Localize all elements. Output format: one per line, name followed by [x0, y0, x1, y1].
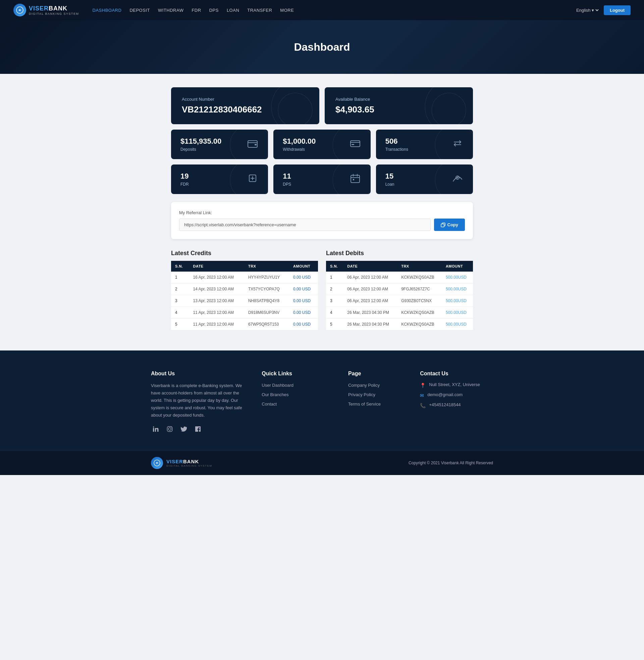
debits-cell-sn: 2 [326, 283, 343, 295]
svg-rect-4 [351, 144, 354, 145]
debits-cell-date: 26 Mar, 2023 04:30 PM [343, 318, 397, 330]
copy-button[interactable]: Copy [434, 219, 465, 231]
footer-link-contact[interactable]: Contact [262, 401, 277, 406]
footer-brand-subtitle: DIGITAL BANKING SYSTEM [166, 464, 212, 467]
credits-cell-date: 13 Apr, 2023 12:00 AM [189, 295, 244, 307]
nav-transfer[interactable]: TRANSFER [247, 8, 272, 13]
transactions-info: 506 Transactions [385, 137, 408, 152]
wallet-icon [247, 137, 259, 152]
nav-withdraw[interactable]: WITHDRAW [158, 8, 183, 13]
credits-cell-sn: 2 [171, 283, 189, 295]
deposits-label: Deposits [181, 147, 221, 152]
debits-header-row: S.N. DATE TRX AMOUNT [326, 261, 473, 271]
footer-copyright: Copyright © 2021 Viserbank All Right Res… [409, 461, 493, 465]
fdr-label: FDR [181, 182, 189, 186]
credits-cell-sn: 4 [171, 307, 189, 318]
nav-deposit[interactable]: DEPOSIT [130, 8, 150, 13]
debits-cell-amount: 500.00USD [442, 271, 473, 283]
referral-input-row: Copy [179, 219, 465, 231]
nav-menu: DASHBOARD DEPOSIT WITHDRAW FDR DPS LOAN … [93, 7, 294, 13]
nav-more[interactable]: MORE [280, 8, 294, 13]
logout-button[interactable]: Logout [604, 5, 630, 15]
svg-point-14 [171, 427, 172, 428]
credits-title: Latest Credits [171, 250, 318, 257]
brand-logo-link[interactable]: VISERBANK DIGITAL BANKING SYSTEM [14, 4, 79, 17]
account-number-card: Account Number VB21212830406662 [171, 87, 319, 124]
nav-dps[interactable]: DPS [209, 8, 219, 13]
debits-cell-trx: KCKWZKQS0AZB [397, 307, 442, 318]
footer-link-privacy-policy[interactable]: Privacy Policy [348, 392, 375, 397]
footer-brand-text: VISERBANK DIGITAL BANKING SYSTEM [166, 459, 212, 467]
debits-cell-sn: 3 [326, 295, 343, 307]
credits-cell-date: 11 Apr, 2023 12:00 AM [189, 307, 244, 318]
instagram-icon[interactable] [165, 424, 175, 434]
debits-header-date: DATE [343, 261, 397, 271]
svg-rect-9 [441, 224, 444, 227]
nav-fdr[interactable]: FDR [191, 8, 201, 13]
table-row: 2 06 Apr, 2023 12:00 AM 9FGJ65267Z7C 500… [326, 283, 473, 295]
referral-url-input[interactable] [179, 219, 431, 231]
fdr-card: 19 FDR [171, 164, 268, 194]
language-select[interactable]: English ▾ [575, 7, 600, 13]
withdrawals-label: Withdrawals [283, 147, 316, 152]
table-row: 2 14 Apr, 2023 12:00 AM TX57YCYOPA7Q 0.0… [171, 283, 318, 295]
debits-cell-amount: 500.00USD [442, 307, 473, 318]
credits-section: Latest Credits S.N. DATE TRX AMOUNT 1 16… [171, 250, 318, 330]
footer-page: Page Company Policy Privacy Policy Terms… [348, 371, 407, 434]
fdr-info: 19 FDR [181, 172, 189, 186]
footer-bottom: VISERBANK DIGITAL BANKING SYSTEM Copyrig… [138, 451, 506, 475]
footer-link-branches[interactable]: Our Branches [262, 392, 289, 397]
table-row: 5 26 Mar, 2023 04:30 PM KCKWZKQS0AZB 500… [326, 318, 473, 330]
loan-value: 15 [385, 172, 394, 181]
account-number-label: Account Number [182, 97, 308, 102]
balance-card: Available Balance $4,903.65 [325, 87, 473, 124]
svg-rect-6 [351, 175, 360, 183]
svg-point-11 [153, 427, 154, 428]
debits-table: S.N. DATE TRX AMOUNT 1 06 Apr, 2023 12:0… [326, 261, 473, 330]
copy-icon [441, 223, 445, 227]
credits-cell-date: 11 Apr, 2023 12:00 AM [189, 318, 244, 330]
linkedin-icon[interactable] [151, 424, 160, 434]
debits-header-trx: TRX [397, 261, 442, 271]
credits-header-row: S.N. DATE TRX AMOUNT [171, 261, 318, 271]
credits-table: S.N. DATE TRX AMOUNT 1 16 Apr, 2023 12:0… [171, 261, 318, 330]
nav-loan[interactable]: LOAN [227, 8, 239, 13]
credits-cell-sn: 3 [171, 295, 189, 307]
footer-link-terms[interactable]: Terms of Service [348, 401, 381, 406]
dps-value: 11 [283, 172, 291, 181]
svg-point-8 [456, 176, 459, 179]
main-content: Account Number VB21212830406662 Availabl… [164, 74, 480, 351]
calendar-icon [349, 172, 361, 186]
nav-dashboard[interactable]: DASHBOARD [93, 8, 122, 13]
debits-cell-trx: KCKWZKQS0AZB [397, 318, 442, 330]
debits-cell-date: 26 Mar, 2023 04:30 PM [343, 307, 397, 318]
footer-quick-links-list: User Dashboard Our Branches Contact [262, 382, 335, 407]
footer-contact: Contact Us 📍 Null Street, XYZ, Universe … [420, 371, 493, 434]
debits-cell-sn: 1 [326, 271, 343, 283]
social-icons [151, 424, 248, 434]
footer-link-company-policy[interactable]: Company Policy [348, 383, 380, 388]
facebook-icon[interactable] [193, 424, 203, 434]
dps-label: DPS [283, 182, 291, 186]
credits-cell-amount: 0.00 USD [289, 318, 318, 330]
footer-about-title: About Us [151, 371, 248, 377]
loan-card: 15 Loan [376, 164, 473, 194]
credits-cell-amount: 0.00 USD [289, 271, 318, 283]
credits-cell-amount: 0.00 USD [289, 307, 318, 318]
transactions-value: 506 [385, 137, 408, 146]
footer-quick-links-title: Quick Links [262, 371, 335, 377]
brand-logo-icon [14, 4, 26, 17]
balance-label: Available Balance [336, 97, 462, 102]
twitter-icon[interactable] [179, 424, 188, 434]
debits-section: Latest Debits S.N. DATE TRX AMOUNT 1 06 … [326, 250, 473, 330]
contact-address: 📍 Null Street, XYZ, Universe [420, 382, 493, 388]
contact-phone: 📞 +454512418544 [420, 402, 493, 408]
footer-about-text: Viserbank is a complete e-Banking system… [151, 382, 248, 419]
svg-point-13 [168, 428, 171, 431]
svg-rect-7 [353, 179, 354, 180]
footer-quick-links: Quick Links User Dashboard Our Branches … [262, 371, 335, 434]
svg-rect-5 [249, 175, 256, 182]
stats-row-2: 19 FDR 11 DPS [171, 164, 473, 194]
footer-link-user-dashboard[interactable]: User Dashboard [262, 383, 294, 388]
loan-info: 15 Loan [385, 172, 394, 186]
